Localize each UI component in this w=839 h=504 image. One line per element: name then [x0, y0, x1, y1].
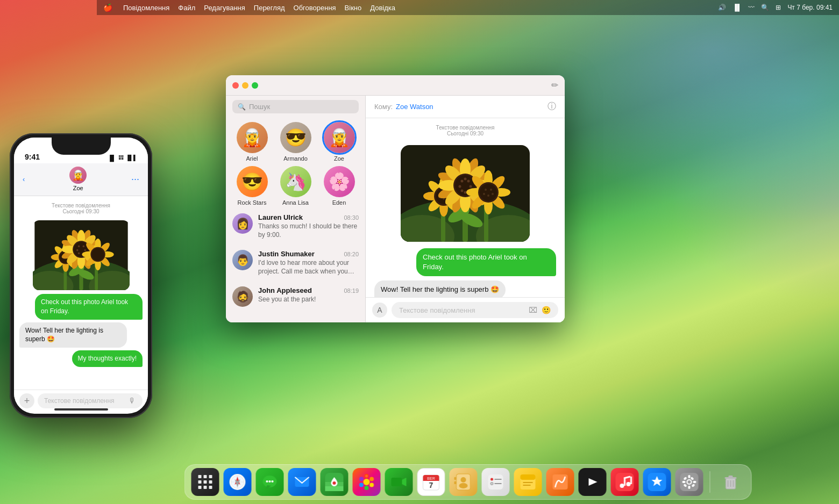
- battery-icon-iphone: ▐▌▌: [126, 155, 137, 161]
- dock-freeform[interactable]: [546, 468, 574, 496]
- dock-reminders[interactable]: [482, 468, 510, 496]
- menu-search-icon[interactable]: 🔍: [761, 4, 769, 11]
- contact-name-rockstars: Rock Stars: [238, 199, 267, 206]
- dock-appletv[interactable]: [579, 468, 607, 496]
- dock-notes[interactable]: [514, 468, 542, 496]
- iphone-more-button[interactable]: ···: [131, 174, 139, 185]
- svg-point-49: [464, 191, 467, 194]
- close-button[interactable]: [232, 82, 239, 89]
- maximize-button[interactable]: [252, 82, 258, 89]
- avatar-lauren: 👩: [232, 213, 253, 234]
- pinned-contact-armando[interactable]: 😎 Armando: [276, 122, 315, 162]
- conversation-list: 👩 Lauren Ulrick 08:30 Thanks so much! I …: [226, 208, 365, 322]
- avatar-john: 🧔: [232, 286, 253, 307]
- messages-content: 🔍 Пошук 🧝 Ariel 😎 Armando 🧝 Zoe: [226, 96, 565, 322]
- input-icons: ⌧ 🙂: [529, 306, 551, 314]
- iphone-contact-name: Zoe: [73, 185, 83, 191]
- iphone-home-indicator: [54, 408, 108, 411]
- svg-rect-189: [693, 481, 696, 483]
- pinned-contact-rockstars[interactable]: 😎 Rock Stars: [232, 166, 272, 206]
- dock-launchpad[interactable]: [191, 468, 219, 496]
- dock-calendar[interactable]: 7BER: [417, 468, 445, 496]
- svg-point-162: [461, 477, 466, 483]
- menu-window[interactable]: Вікно: [345, 4, 362, 12]
- pinned-contact-eden[interactable]: 🌸 Eden: [319, 166, 359, 206]
- apps-button[interactable]: A: [372, 303, 387, 318]
- dock-appstore[interactable]: [643, 468, 671, 496]
- convo-header-lauren: Lauren Ulrick 08:30: [258, 213, 359, 221]
- emoji-icon[interactable]: 🙂: [542, 306, 551, 314]
- pinned-contact-annalisa[interactable]: 🦄 Anna Lisa: [276, 166, 315, 206]
- apple-logo-icon[interactable]: 🍎: [103, 3, 112, 12]
- dock-music[interactable]: [611, 468, 639, 496]
- dock-settings[interactable]: [676, 468, 703, 496]
- svg-point-117: [91, 248, 104, 261]
- iphone-message-input[interactable]: Текстове повідомлення 🎙: [38, 393, 143, 408]
- menu-view[interactable]: Перегляд: [254, 4, 285, 12]
- iphone-add-button[interactable]: +: [19, 393, 34, 408]
- menu-wifi-icon[interactable]: 〰: [748, 4, 755, 11]
- svg-text:BER: BER: [427, 477, 435, 480]
- iphone-time: 9:41: [25, 153, 40, 161]
- compose-button[interactable]: ✏: [551, 80, 558, 90]
- dock-facetime[interactable]: [385, 468, 413, 496]
- menu-file[interactable]: Файл: [178, 4, 195, 12]
- menu-volume-icon[interactable]: 🔊: [718, 4, 726, 11]
- svg-rect-164: [488, 474, 503, 489]
- pinned-contact-zoe[interactable]: 🧝 Zoe: [319, 122, 359, 162]
- iphone-message-out-2: My thoughts exactly!: [72, 350, 143, 367]
- menu-edit[interactable]: Редагування: [204, 4, 245, 12]
- menu-controlcenter-icon[interactable]: ⊞: [776, 4, 781, 11]
- recipient-name[interactable]: Zoe Watson: [396, 103, 433, 111]
- contact-name-armando: Armando: [283, 155, 308, 162]
- message-date-label: Сьогодні 09:30: [374, 131, 556, 136]
- conversation-justin[interactable]: 👨 Justin Shumaker 08:20 I'd love to hear…: [226, 244, 365, 281]
- dock-messages[interactable]: [256, 468, 284, 496]
- dock-mail[interactable]: [288, 468, 316, 496]
- dock-trash[interactable]: [717, 468, 745, 496]
- dock-maps[interactable]: [321, 468, 349, 496]
- avatar-armando: 😎: [280, 122, 311, 153]
- menu-help[interactable]: Довідка: [370, 4, 395, 12]
- message-input-field[interactable]: Текстове повідомлення ⌧ 🙂: [392, 302, 558, 318]
- svg-rect-123: [209, 480, 212, 484]
- pinned-contacts-grid: 🧝 Ariel 😎 Armando 🧝 Zoe 😎 Rock Stars: [226, 118, 365, 208]
- iphone-mic-icon[interactable]: 🎙: [129, 397, 136, 405]
- messages-chat: Кому: Zoe Watson ⓘ Текстове повідомлення…: [366, 96, 565, 322]
- chat-info-button[interactable]: ⓘ: [548, 101, 556, 112]
- convo-preview-john: See you at the park!: [258, 296, 359, 304]
- search-bar[interactable]: 🔍 Пошук: [232, 100, 359, 113]
- dock-contacts[interactable]: [450, 468, 478, 496]
- svg-point-150: [359, 477, 364, 481]
- iphone-timestamp: Текстове повідомлення Сьогодні 09:30: [19, 203, 143, 214]
- svg-point-137: [269, 480, 271, 483]
- menu-app-name[interactable]: Повідомлення: [123, 4, 169, 12]
- signal-icon: ▐▌: [108, 155, 116, 161]
- menu-conversation[interactable]: Обговорення: [294, 4, 336, 12]
- svg-point-165: [490, 478, 493, 481]
- svg-rect-160: [454, 477, 457, 480]
- dictation-icon[interactable]: ⌧: [529, 306, 537, 314]
- chat-input-area: A Текстове повідомлення ⌧ 🙂: [366, 297, 565, 322]
- svg-point-103: [82, 246, 84, 248]
- svg-point-64: [492, 193, 494, 195]
- svg-point-59: [480, 184, 497, 201]
- convo-preview-lauren: Thanks so much! I should be there by 9:0…: [258, 222, 359, 239]
- svg-point-178: [627, 482, 631, 486]
- svg-rect-119: [204, 475, 207, 478]
- svg-rect-152: [392, 478, 402, 486]
- iphone-message-in-1: Wow! Tell her the lighting is superb 🤩: [19, 322, 127, 348]
- minimize-button[interactable]: [242, 82, 248, 89]
- conversation-lauren[interactable]: 👩 Lauren Ulrick 08:30 Thanks so much! I …: [226, 208, 365, 244]
- svg-text:7: 7: [429, 481, 433, 489]
- iphone-message-out-1: Check out this photo Ariel took on Frida…: [35, 294, 143, 320]
- avatar-zoe: 🧝: [324, 122, 355, 153]
- conversation-john[interactable]: 🧔 John Appleseed 08:19 See you at the pa…: [226, 281, 365, 312]
- menu-battery-icon[interactable]: ▐▌: [733, 4, 742, 11]
- contact-name-ariel: Ariel: [246, 155, 258, 162]
- dock-safari[interactable]: [224, 468, 252, 496]
- iphone-back-button[interactable]: ‹: [23, 175, 25, 183]
- pinned-contact-ariel[interactable]: 🧝 Ariel: [232, 122, 272, 162]
- dock-photos[interactable]: [353, 468, 381, 496]
- menu-datetime[interactable]: Чт 7 бер. 09:41: [787, 4, 833, 11]
